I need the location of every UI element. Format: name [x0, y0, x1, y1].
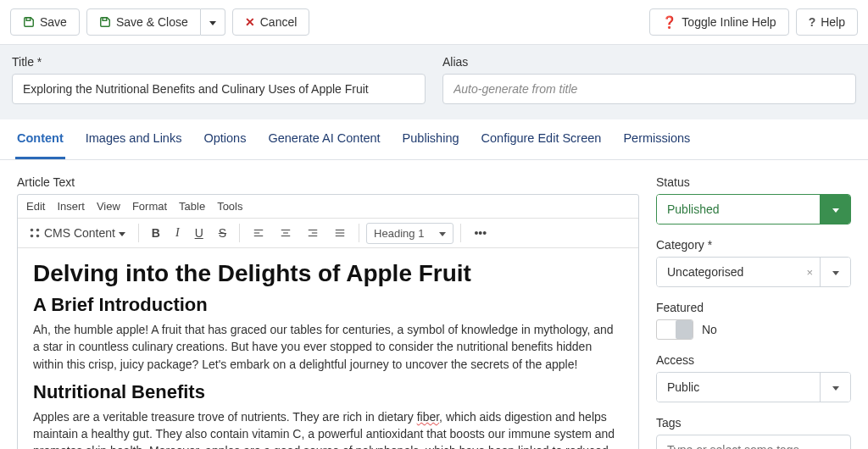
status-value: Published [657, 195, 820, 224]
toggle-help-button[interactable]: ❓ Toggle Inline Help [649, 8, 788, 36]
align-center-button[interactable] [274, 223, 298, 243]
tab-generate-ai[interactable]: Generate AI Content [266, 119, 381, 159]
align-left-button[interactable] [247, 223, 270, 243]
tab-images-links[interactable]: Images and Links [84, 119, 184, 159]
editor-column: Article Text Edit Insert View Format Tab… [17, 175, 639, 449]
article-h2-benefits: Nutritional Benefits [33, 381, 623, 403]
category-select[interactable]: Uncategorised × [656, 257, 851, 287]
access-value: Public [657, 373, 820, 402]
chevron-down-icon [439, 227, 446, 240]
underline-button[interactable]: U [189, 222, 209, 244]
cancel-button[interactable]: ✕ Cancel [232, 8, 310, 36]
separator [359, 224, 359, 242]
featured-toggle-wrap: No [656, 319, 851, 340]
tags-label: Tags [656, 416, 851, 430]
chevron-down-icon [119, 226, 125, 240]
help-button[interactable]: ? Help [796, 8, 858, 36]
spell-polyphenols: polyphenols [356, 444, 420, 449]
align-justify-button[interactable] [328, 223, 352, 243]
editor-toolbar: CMS Content B I U S Heading 1 ••• [18, 219, 638, 248]
article-text-label: Article Text [17, 175, 639, 189]
align-right-button[interactable] [301, 223, 325, 243]
save-close-group: Save & Close [86, 8, 225, 36]
menu-insert[interactable]: Insert [57, 200, 85, 213]
svg-point-4 [31, 235, 34, 238]
save-button[interactable]: Save [10, 8, 80, 36]
save-label: Save [40, 15, 67, 29]
sidebar-column: Status Published Category * Uncategorise… [656, 175, 851, 449]
category-value: Uncategorised [657, 258, 799, 286]
menu-view[interactable]: View [97, 200, 120, 213]
menu-table[interactable]: Table [179, 200, 205, 213]
separator [239, 224, 240, 242]
svg-rect-0 [26, 18, 31, 21]
svg-point-5 [36, 235, 40, 238]
status-select[interactable]: Published [656, 194, 851, 224]
strike-button[interactable]: S [213, 222, 232, 244]
access-label: Access [656, 353, 851, 367]
cms-content-button[interactable]: CMS Content [23, 222, 131, 244]
featured-value: No [702, 323, 717, 336]
article-p2: Apples are a veritable treasure trove of… [33, 408, 623, 449]
access-caret[interactable] [820, 373, 850, 402]
article-p1: Ah, the humble apple! A fruit that has g… [33, 321, 623, 373]
italic-button[interactable]: I [170, 222, 186, 244]
status-caret[interactable] [820, 195, 850, 224]
question-circle-icon: ❓ [662, 15, 676, 29]
alias-label: Alias [442, 55, 856, 69]
featured-toggle[interactable] [656, 319, 693, 340]
category-clear[interactable]: × [799, 258, 820, 286]
status-label: Status [656, 175, 851, 189]
more-button[interactable]: ••• [468, 222, 492, 244]
spell-fiber: fiber [417, 410, 439, 424]
tab-configure-edit[interactable]: Configure Edit Screen [480, 119, 604, 159]
tags-field: Tags [656, 416, 851, 449]
featured-label: Featured [656, 301, 851, 314]
separator [138, 224, 139, 242]
toolbar-left: Save Save & Close ✕ Cancel [10, 8, 309, 36]
access-select[interactable]: Public [656, 372, 851, 402]
chevron-down-icon [832, 380, 839, 394]
block-format-select[interactable]: Heading 1 [366, 223, 453, 244]
bold-button[interactable]: B [146, 222, 166, 244]
save-close-label: Save & Close [116, 15, 188, 29]
action-toolbar: Save Save & Close ✕ Cancel ❓ Toggle Inli… [0, 0, 868, 45]
content-area: Article Text Edit Insert View Format Tab… [0, 160, 868, 449]
svg-point-2 [31, 229, 34, 232]
tab-content[interactable]: Content [15, 119, 65, 159]
tab-permissions[interactable]: Permissions [621, 119, 692, 159]
save-close-button[interactable]: Save & Close [86, 8, 201, 36]
menu-format[interactable]: Format [132, 200, 167, 213]
menu-edit[interactable]: Edit [26, 200, 45, 213]
chevron-down-icon [832, 202, 839, 216]
category-caret[interactable] [820, 258, 850, 286]
status-field: Status Published [656, 175, 851, 224]
category-field: Category * Uncategorised × [656, 238, 851, 287]
svg-point-3 [36, 229, 40, 232]
title-input[interactable] [12, 74, 426, 104]
toggle-help-label: Toggle Inline Help [682, 15, 776, 29]
save-close-caret[interactable] [201, 8, 225, 36]
article-h2-intro: A Brief Introduction [33, 294, 623, 316]
tab-publishing[interactable]: Publishing [401, 119, 461, 159]
editor-menubar: Edit Insert View Format Table Tools [18, 195, 638, 219]
save-icon [23, 16, 35, 28]
alias-field: Alias [442, 55, 856, 104]
menu-tools[interactable]: Tools [217, 200, 242, 213]
article-h1: Delving into the Delights of Apple Fruit [33, 260, 623, 287]
chevron-down-icon [832, 265, 839, 279]
editor-body[interactable]: Delving into the Delights of Apple Fruit… [18, 248, 638, 449]
toolbar-right: ❓ Toggle Inline Help ? Help [649, 8, 858, 36]
access-field: Access Public [656, 353, 851, 402]
question-icon: ? [809, 15, 816, 29]
close-icon: ✕ [245, 15, 255, 29]
cancel-label: Cancel [260, 15, 298, 29]
svg-rect-1 [103, 18, 107, 21]
category-label: Category * [656, 238, 851, 252]
tab-options[interactable]: Options [202, 119, 248, 159]
tags-input[interactable] [656, 435, 851, 449]
chevron-down-icon [209, 15, 216, 29]
alias-input[interactable] [442, 74, 856, 104]
title-label: Title * [12, 55, 426, 69]
save-icon [99, 16, 111, 28]
